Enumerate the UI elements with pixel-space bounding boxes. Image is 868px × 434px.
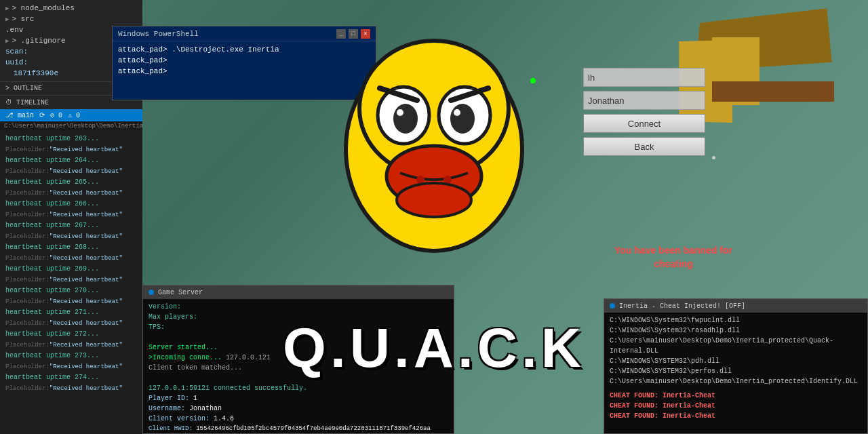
warning-count: ⚠ 0: [68, 111, 80, 119]
console-line: heartbeat uptime 271... Placeholder:"Rec…: [5, 307, 137, 329]
outline-label: > OUTLINE: [5, 85, 42, 92]
gs-line: Client HWID: 155426496cfbd105f2bc4579f04…: [149, 424, 448, 433]
file-tree-label: > node_modules: [12, 4, 74, 12]
ban-message-text: You have been banned forcheating: [614, 245, 732, 269]
console-line: heartbeat uptime 273... Placeholder:"Rec…: [5, 351, 137, 372]
console-line: heartbeat uptime 269... Placeholder:"Rec…: [5, 264, 137, 285]
svg-point-9: [454, 109, 460, 116]
gs-line: 127.0.0.1:59121 connected successfully.: [149, 383, 448, 393]
quack-title: Q.U.A.C.K: [283, 316, 585, 380]
dll-entry: C:\Users\mainuser\Desktop\Demo\Inertia_p…: [610, 336, 862, 356]
editor-console: heartbeat uptime 263... Placeholder:"Rec…: [0, 131, 142, 397]
console-line: heartbeat uptime 274... Placeholder:"Rec…: [5, 372, 137, 394]
game-server-titlebar: Game Server: [143, 285, 454, 299]
powershell-title: Windows PowerShell: [118, 30, 199, 38]
console-line: heartbeat uptime 267... Placeholder:"Rec…: [5, 220, 137, 242]
status-indicator-small: [712, 156, 715, 159]
file-tree-label: > .gitignore: [12, 37, 65, 45]
back-button[interactable]: Back: [583, 137, 705, 156]
dll-entry: C:\WINDOWS\SYSTEM32\perfos.dll: [610, 366, 862, 376]
file-tree-item[interactable]: ▶ > src: [0, 14, 142, 24]
ban-message: You have been banned forcheating: [614, 244, 732, 271]
git-branch[interactable]: ⎇ main: [5, 111, 34, 119]
collapse-arrow: ▶: [5, 5, 9, 12]
duck-svg: [326, 27, 542, 271]
console-line: heartbeat uptime 263... Placeholder:"Rec…: [5, 134, 137, 155]
gs-line: Username: Jonathan: [149, 403, 448, 414]
console-line: heartbeat uptime 266... Placeholder:"Rec…: [5, 199, 137, 220]
cheat-detection-console: Inertia - Cheat Injected! [OFF] C:\WINDO…: [604, 298, 868, 434]
connect-dialog: Connect Back: [583, 68, 705, 156]
svg-point-6: [393, 104, 418, 134]
dll-entry: C:\WINDOWS\SYSTEM32\pdh.dll: [610, 356, 862, 366]
console-line: heartbeat uptime 264... Placeholder:"Rec…: [5, 155, 137, 177]
cheat-titlebar: Inertia - Cheat Injected! [OFF]: [604, 299, 867, 313]
cheat-found-entry: CHEAT FOUND: Inertia-Cheat: [610, 401, 862, 411]
svg-point-13: [397, 183, 471, 217]
file-tree-label: > src: [12, 15, 34, 23]
cheat-found-entry: CHEAT FOUND: Inertia-Cheat: [610, 411, 862, 421]
dll-entry: C:\WINDOWS\System32\rasadhlp.dll: [610, 326, 862, 336]
console-line: heartbeat uptime 270... Placeholder:"Rec…: [5, 285, 137, 307]
console-line: heartbeat uptime 265... Placeholder:"Rec…: [5, 177, 137, 199]
gs-line: Client version: 1.4.6: [149, 414, 448, 424]
gs-line: Version:: [149, 302, 448, 312]
file-tree-label: scan:: [5, 47, 28, 56]
username-input[interactable]: [583, 91, 705, 110]
timeline-label: ⏱ TIMELINE: [5, 99, 49, 106]
svg-point-8: [397, 109, 403, 116]
dll-entry: C:\WINDOWS\System32\fwpuclnt.dll: [610, 315, 862, 326]
status-bar: ⎇ main ⟳ ⊘ 0 ⚠ 0: [0, 109, 142, 121]
sync-icon[interactable]: ⟳: [39, 111, 45, 119]
game-server-title: Game Server: [158, 289, 203, 296]
cheat-found-entry: CHEAT FOUND: Inertia-Cheat: [610, 391, 862, 401]
error-count: ⊘ 0: [50, 111, 62, 119]
game-decoration-platform: [712, 81, 834, 102]
cheat-log: C:\WINDOWS\System32\fwpuclnt.dll C:\WIND…: [604, 313, 867, 433]
dll-entry: C:\Users\mainuser\Desktop\Demo\Inertia_p…: [610, 376, 862, 387]
gs-line: Player ID: 1: [149, 393, 448, 403]
titlebar-dot: [149, 290, 154, 295]
collapse-arrow: ▶: [5, 16, 9, 23]
duck-mascot: [326, 27, 542, 271]
ip-address-input[interactable]: [583, 68, 705, 87]
cheat-console-title: Inertia - Cheat Injected! [OFF]: [619, 302, 745, 310]
console-line: heartbeat uptime 272... Placeholder:"Rec…: [5, 329, 137, 351]
collapse-arrow: ▶: [5, 37, 9, 45]
file-tree-label: 1871f3390e: [14, 69, 58, 77]
connect-button[interactable]: Connect: [583, 114, 705, 133]
svg-point-7: [450, 104, 475, 134]
editor-path: C:\Users\mainuser\Desktop\Demo\Inertia_p…: [0, 121, 142, 131]
titlebar-dot: [610, 303, 615, 309]
console-line: heartbeat uptime 268... Placeholder:"Rec…: [5, 242, 137, 264]
file-tree-label: .env: [5, 26, 23, 34]
file-tree-item[interactable]: ▶ > node_modules: [0, 3, 142, 14]
file-tree-label: uuid:: [5, 58, 28, 66]
